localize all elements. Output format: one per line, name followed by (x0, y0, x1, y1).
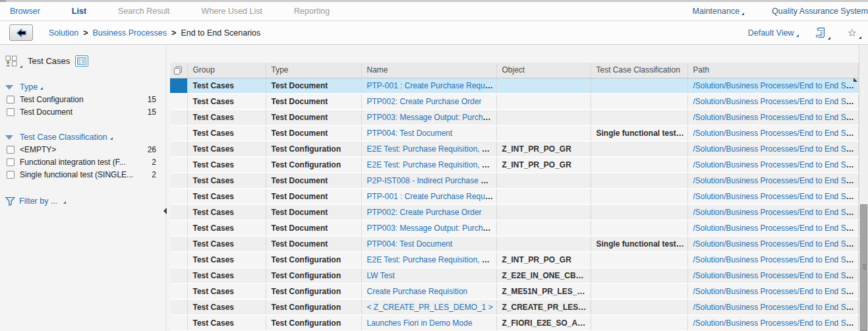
sidebar-title: Test Cases (28, 56, 70, 66)
test-case-name-link[interactable]: PTP002: Create Purchase Order (367, 208, 482, 217)
column-header-classification[interactable]: Test Case Classification (591, 63, 687, 78)
row-selector-cell[interactable] (170, 109, 187, 125)
maintenance-menu[interactable]: Maintenance (693, 7, 745, 16)
tab-list[interactable]: List (72, 7, 86, 16)
legend-toggle-button[interactable] (75, 55, 88, 67)
test-case-name-link[interactable]: PTP004: Test Document (367, 129, 453, 138)
row-selector-cell[interactable] (170, 252, 187, 268)
test-document-checkbox[interactable] (7, 108, 14, 116)
row-selector-cell[interactable] (170, 189, 187, 204)
row-selector-cell[interactable] (170, 157, 187, 173)
test-case-name-link[interactable]: E2E Test: Purchase Requisition, Pur... (367, 255, 497, 264)
test-case-name-link[interactable]: E2E Test: Purchase Requisition, Pur... (367, 144, 497, 154)
back-button[interactable] (9, 24, 33, 41)
splitter-collapse-handle[interactable] (163, 208, 167, 214)
column-header-group[interactable]: Group (187, 63, 266, 78)
empty-checkbox[interactable] (7, 146, 14, 154)
row-selector-cell[interactable] (170, 204, 187, 220)
favorites-menu-button[interactable]: ☆ (848, 28, 861, 38)
path-link[interactable]: /Solution/Business Processes/End to End … (693, 271, 859, 280)
table-row[interactable]: Test CasesTest DocumentPTP004: Test Docu… (170, 236, 859, 252)
path-link[interactable]: /Solution/Business Processes/End to End … (693, 318, 859, 328)
row-selector-cell[interactable] (170, 268, 187, 284)
section-header-type[interactable]: Type (5, 82, 156, 92)
row-selector-cell[interactable] (170, 315, 187, 331)
functional-integration-checkbox[interactable] (7, 158, 14, 166)
single-functional-checkbox[interactable] (7, 171, 14, 179)
path-link[interactable]: /Solution/Business Processes/End to End … (693, 208, 859, 217)
path-link[interactable]: /Solution/Business Processes/End to End … (693, 81, 859, 90)
column-header-type[interactable]: Type (266, 63, 361, 78)
breadcrumb-business-processes[interactable]: Business Processes (93, 28, 167, 38)
test-case-name-link[interactable]: PTP-001 : Create Purchase Requisition (367, 192, 497, 201)
table-row[interactable]: Test CasesTest ConfigurationE2E Test: Pu… (170, 157, 859, 173)
path-link[interactable]: /Solution/Business Processes/End to End … (693, 303, 859, 312)
test-case-name-link[interactable]: PTP-001 : Create Purchase Requisition (367, 81, 497, 90)
test-case-name-link[interactable]: E2E Test: Purchase Requisition, Pur... (367, 160, 497, 169)
object-type-menu[interactable] (5, 55, 22, 67)
test-case-name-link[interactable]: PTP003: Message Output: Purchase... (367, 113, 497, 122)
select-all-header[interactable] (170, 63, 187, 78)
row-selector-cell[interactable] (170, 78, 187, 94)
path-link[interactable]: /Solution/Business Processes/End to End … (693, 192, 859, 201)
tab-browser[interactable]: Browser (10, 7, 40, 16)
path-link[interactable]: /Solution/Business Processes/End to End … (693, 224, 859, 233)
vertical-scrollbar[interactable] (859, 45, 868, 331)
path-link[interactable]: /Solution/Business Processes/End to End … (693, 144, 859, 154)
test-case-name-link[interactable]: P2P-IST008 - Indirect Purchase Ord... (367, 176, 497, 185)
test-configuration-checkbox[interactable] (7, 96, 14, 104)
table-row[interactable]: Test CasesTest DocumentPTP-001 : Create … (170, 189, 859, 204)
test-case-name-link[interactable]: < Z_CREATE_PR_LES_DEMO_1 > (367, 303, 493, 312)
table-row[interactable]: Test CasesTest DocumentPTP002: Create Pu… (170, 204, 859, 220)
row-selector-cell[interactable] (170, 141, 187, 157)
tab-reporting[interactable]: Reporting (294, 7, 330, 16)
views-menu-button[interactable] (816, 27, 830, 38)
column-header-object[interactable]: Object (496, 63, 591, 78)
row-selector-cell[interactable] (170, 173, 187, 189)
path-link[interactable]: /Solution/Business Processes/End to End … (693, 255, 859, 264)
section-header-classification[interactable]: Test Case Classification (5, 133, 156, 142)
test-case-name-link[interactable]: Create Purchase Requisition (367, 287, 468, 296)
path-link[interactable]: /Solution/Business Processes/End to End … (693, 97, 859, 106)
breadcrumb-solution[interactable]: Solution (49, 28, 78, 38)
filter-by-menu[interactable]: Filter by ... (5, 196, 156, 206)
path-link[interactable]: /Solution/Business Processes/End to End … (693, 287, 859, 296)
path-link[interactable]: /Solution/Business Processes/End to End … (693, 160, 859, 169)
tab-search-result[interactable]: Search Result (118, 7, 170, 16)
row-selector-cell[interactable] (170, 284, 187, 299)
table-row[interactable]: Test CasesTest ConfigurationE2E Test: Pu… (170, 252, 859, 268)
test-case-name-link[interactable]: PTP003: Message Output: Purchase... (367, 224, 497, 233)
table-row[interactable]: Test CasesTest DocumentP2P-IST008 - Indi… (170, 173, 859, 189)
path-link[interactable]: /Solution/Business Processes/End to End … (693, 113, 859, 122)
row-selector-cell[interactable] (170, 299, 187, 315)
table-row[interactable]: Test CasesTest ConfigurationCreate Purch… (170, 284, 859, 299)
cell-object (496, 125, 591, 141)
tab-where-used-list[interactable]: Where Used List (202, 7, 262, 16)
row-selector-cell[interactable] (170, 220, 187, 236)
path-link[interactable]: /Solution/Business Processes/End to End … (693, 176, 859, 185)
test-case-name-link[interactable]: PTP004: Test Document (367, 239, 453, 249)
table-row[interactable]: Test CasesTest ConfigurationLW TestZ_E2E… (170, 268, 859, 284)
table-row[interactable]: Test CasesTest DocumentPTP003: Message O… (170, 220, 859, 236)
column-header-name[interactable]: Name (361, 63, 496, 78)
table-row[interactable]: Test CasesTest DocumentPTP-001 : Create … (170, 78, 859, 94)
quality-assurance-system-menu[interactable]: Quality Assurance System (772, 7, 868, 16)
column-header-path[interactable]: Path (687, 63, 859, 78)
table-row[interactable]: Test CasesTest DocumentPTP004: Test Docu… (170, 125, 859, 141)
scrollbar-thumb[interactable] (860, 204, 867, 331)
cell-name: PTP003: Message Output: Purchase... (361, 220, 496, 236)
row-selector-cell[interactable] (170, 125, 187, 141)
table-row[interactable]: Test CasesTest DocumentPTP003: Message O… (170, 109, 859, 125)
default-view-menu[interactable]: Default View (748, 28, 799, 38)
test-case-name-link[interactable]: Launches Fiori in Demo Mode (367, 318, 473, 328)
path-link[interactable]: /Solution/Business Processes/End to End … (693, 239, 859, 249)
table-row[interactable]: Test CasesTest DocumentPTP002: Create Pu… (170, 94, 859, 109)
path-link[interactable]: /Solution/Business Processes/End to End … (693, 129, 859, 138)
test-case-name-link[interactable]: LW Test (367, 271, 395, 280)
row-selector-cell[interactable] (170, 94, 187, 109)
table-row[interactable]: Test CasesTest Configuration< Z_CREATE_P… (170, 299, 859, 315)
test-case-name-link[interactable]: PTP002: Create Purchase Order (367, 97, 482, 106)
table-row[interactable]: Test CasesTest ConfigurationLaunches Fio… (170, 315, 859, 331)
table-row[interactable]: Test CasesTest ConfigurationE2E Test: Pu… (170, 141, 859, 157)
row-selector-cell[interactable] (170, 236, 187, 252)
